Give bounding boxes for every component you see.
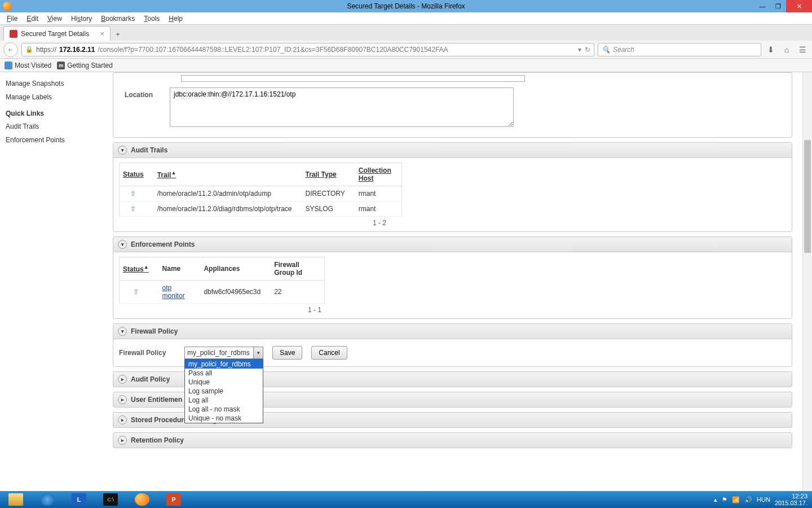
menu-edit[interactable]: Edit bbox=[23, 14, 42, 24]
bookmark-getting-started[interactable]: mGetting Started bbox=[57, 62, 113, 69]
col-trail[interactable]: Trail▲ bbox=[154, 163, 302, 186]
nav-back-button[interactable]: ← bbox=[3, 42, 18, 57]
cell-type: SYSLOG bbox=[302, 202, 355, 217]
sidebar-item-enforcement-points[interactable]: Enforcement Points bbox=[6, 133, 104, 147]
downloads-icon[interactable]: ⬇ bbox=[765, 43, 777, 56]
enforcement-points-header[interactable]: ▾ Enforcement Points bbox=[113, 237, 792, 252]
tab-favicon-icon bbox=[10, 30, 17, 38]
browser-tabstrip: Secured Target Details × + bbox=[0, 25, 812, 41]
taskbar-explorer[interactable] bbox=[0, 491, 32, 508]
col-status[interactable]: Status bbox=[120, 163, 154, 186]
enforcement-name-link[interactable]: otp monitor bbox=[162, 284, 185, 300]
cell-type: DIRECTORY bbox=[302, 186, 355, 202]
dropdown-option[interactable]: my_polici_for_rdbms bbox=[185, 360, 263, 369]
cancel-button[interactable]: Cancel bbox=[311, 346, 347, 360]
taskbar-cmd[interactable]: C:\ bbox=[95, 491, 126, 508]
menu-history[interactable]: History bbox=[68, 14, 95, 24]
dropdown-option[interactable]: Log all bbox=[185, 396, 263, 405]
url-input[interactable]: 🔒 https://172.16.2.11/console/f?p=7700:1… bbox=[21, 43, 594, 56]
taskbar-firefox[interactable] bbox=[126, 491, 158, 508]
browser-menubar: File Edit View History Bookmarks Tools H… bbox=[0, 12, 812, 25]
bookmarks-toolbar: Most Visited mGetting Started bbox=[0, 59, 812, 72]
tab-close-icon[interactable]: × bbox=[100, 29, 104, 38]
url-domain: 172.16.2.11 bbox=[59, 46, 95, 54]
target-details-panel: Location jdbc:oracle:thin:@//172.17.1.16… bbox=[113, 72, 792, 138]
new-tab-button[interactable]: + bbox=[111, 28, 125, 41]
col-name[interactable]: Name bbox=[159, 257, 201, 281]
expand-toggle-icon[interactable]: ▸ bbox=[118, 436, 127, 445]
taskbar-lync[interactable]: L bbox=[63, 491, 95, 508]
search-icon: 🔍 bbox=[602, 46, 610, 54]
bar-title: Audit Policy bbox=[131, 375, 170, 383]
window-maximize-button[interactable]: ❐ bbox=[770, 0, 786, 12]
tray-volume-icon[interactable]: 🔊 bbox=[744, 496, 752, 503]
hamburger-menu-icon[interactable]: ☰ bbox=[796, 43, 809, 56]
menu-file[interactable]: File bbox=[3, 14, 21, 24]
window-close-button[interactable]: ✕ bbox=[786, 0, 812, 12]
sidebar-item-manage-snapshots[interactable]: Manage Snapshots bbox=[6, 77, 104, 90]
firewall-policy-select[interactable]: my_polici_for_rdbms ▾ my_polici_for_rdbm… bbox=[184, 347, 263, 359]
bar-title: Retention Policy bbox=[131, 436, 184, 444]
audit-trails-pager: 1 - 2 bbox=[119, 217, 390, 227]
col-status[interactable]: Status▲ bbox=[120, 257, 159, 281]
window-minimize-button[interactable]: — bbox=[754, 0, 770, 12]
browser-tab[interactable]: Secured Target Details × bbox=[3, 26, 111, 41]
tray-clock[interactable]: 12:23 2015.03.17. bbox=[775, 493, 807, 506]
tray-flag-icon[interactable]: ⚑ bbox=[722, 496, 727, 503]
tray-chevron-icon[interactable]: ▴ bbox=[714, 496, 717, 503]
dropdown-option[interactable]: Unique bbox=[185, 378, 263, 387]
sidebar-item-manage-labels[interactable]: Manage Labels bbox=[6, 90, 104, 104]
tab-title: Secured Target Details bbox=[21, 30, 89, 38]
tray-language[interactable]: HUN bbox=[757, 496, 770, 503]
firefox-logo-icon bbox=[3, 2, 12, 11]
window-title: Secured Target Details - Mozilla Firefox bbox=[347, 2, 465, 10]
dropdown-option[interactable]: Pass all bbox=[185, 369, 263, 378]
taskbar-powerpoint[interactable]: P bbox=[158, 491, 189, 508]
url-path: /console/f?p=7700:107:16706644487598::LE… bbox=[98, 46, 448, 54]
menu-help[interactable]: Help bbox=[165, 14, 186, 24]
dropdown-option[interactable]: Log all - no mask bbox=[185, 405, 263, 414]
cell-host: rmant bbox=[355, 186, 402, 202]
table-row: ⇧ /home/oracle/11.2.0/diag/rdbms/otp/otp… bbox=[120, 202, 402, 217]
collapse-toggle-icon[interactable]: ▾ bbox=[118, 327, 127, 336]
dropdown-option[interactable]: Unique - no mask bbox=[185, 414, 263, 423]
cell-trail: /home/oracle/11.2.0/admin/otp/adump bbox=[154, 186, 302, 202]
location-input[interactable]: jdbc:oracle:thin:@//172.17.1.16:1521/otp bbox=[170, 87, 514, 127]
tray-network-icon[interactable]: 📶 bbox=[732, 496, 740, 503]
menu-tools[interactable]: Tools bbox=[140, 14, 163, 24]
cell-appliance: dbfw6cf04965ec3d bbox=[200, 281, 271, 304]
dropdown-icon[interactable]: ▾ bbox=[578, 46, 581, 54]
page-content: Manage Snapshots Manage Labels Quick Lin… bbox=[0, 72, 802, 491]
bookmark-icon: m bbox=[57, 62, 65, 69]
taskbar-ie[interactable] bbox=[32, 491, 63, 508]
save-button[interactable]: Save bbox=[272, 346, 302, 360]
select-chevron-icon[interactable]: ▾ bbox=[253, 347, 263, 359]
cell-host: rmant bbox=[355, 202, 402, 217]
col-trail-type[interactable]: Trail Type bbox=[302, 163, 355, 186]
menu-bookmarks[interactable]: Bookmarks bbox=[98, 14, 138, 24]
scrollbar-thumb[interactable] bbox=[804, 140, 811, 253]
collapse-toggle-icon[interactable]: ▾ bbox=[118, 240, 127, 249]
col-collection-host[interactable]: Collection Host bbox=[355, 163, 402, 186]
expand-toggle-icon[interactable]: ▸ bbox=[118, 415, 127, 424]
sidebar-item-audit-trails[interactable]: Audit Trails bbox=[6, 120, 104, 133]
browser-search-input[interactable]: 🔍 Search bbox=[598, 43, 761, 56]
col-firewall-group-id[interactable]: Firewall Group Id bbox=[271, 257, 324, 281]
reload-icon[interactable]: ↻ bbox=[585, 46, 590, 54]
status-up-icon: ⇧ bbox=[130, 205, 136, 213]
home-icon[interactable]: ⌂ bbox=[780, 43, 793, 56]
cell-trail: /home/oracle/11.2.0/diag/rdbms/otp/otp/t… bbox=[154, 202, 302, 217]
menu-view[interactable]: View bbox=[44, 14, 65, 24]
description-input[interactable] bbox=[181, 75, 525, 82]
collapse-toggle-icon[interactable]: ▾ bbox=[118, 146, 127, 155]
tray-time: 12:23 bbox=[775, 493, 807, 500]
vertical-scrollbar[interactable] bbox=[802, 72, 812, 491]
audit-trails-header[interactable]: ▾ Audit Trails bbox=[113, 143, 792, 158]
dropdown-option[interactable]: Log sample bbox=[185, 387, 263, 396]
expand-toggle-icon[interactable]: ▸ bbox=[118, 395, 127, 404]
expand-toggle-icon[interactable]: ▸ bbox=[118, 375, 127, 384]
bookmark-most-visited[interactable]: Most Visited bbox=[5, 62, 51, 69]
col-appliances[interactable]: Appliances bbox=[200, 257, 271, 281]
retention-policy-bar[interactable]: ▸ Retention Policy bbox=[113, 432, 792, 448]
firewall-policy-header[interactable]: ▾ Firewall Policy bbox=[113, 324, 792, 339]
